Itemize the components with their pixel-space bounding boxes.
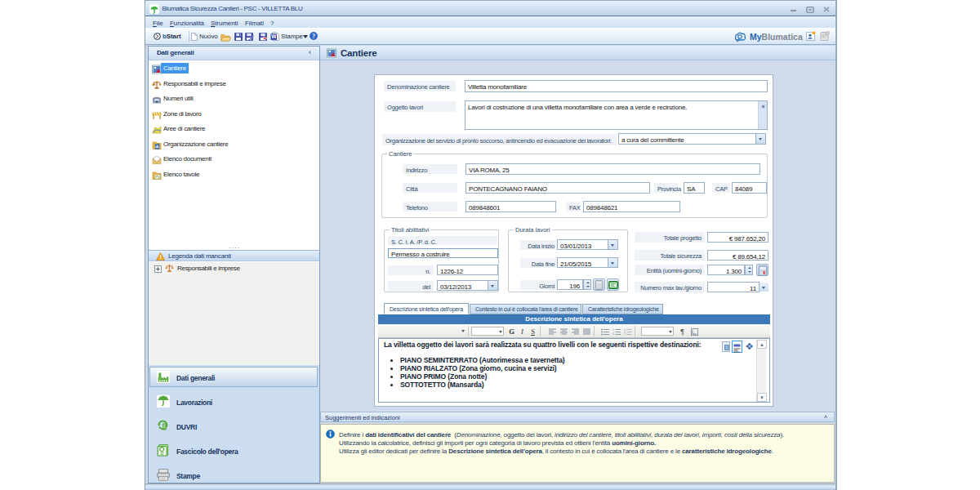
svg-text:W: W	[271, 33, 277, 39]
svg-text:?: ?	[312, 33, 315, 40]
svg-text:1: 1	[612, 328, 614, 332]
svg-text:2: 2	[612, 332, 614, 336]
